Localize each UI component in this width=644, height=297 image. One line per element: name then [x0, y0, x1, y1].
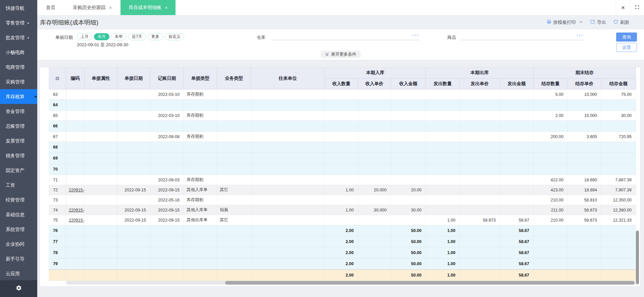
cell-outQty	[426, 164, 460, 175]
cell-code	[66, 270, 85, 280]
cell-bizType: 其它	[217, 185, 251, 195]
warehouse-input[interactable]	[271, 32, 420, 40]
sidebar-item-云应用[interactable]: 云应用	[0, 266, 37, 281]
cell-balPrice	[568, 164, 601, 175]
document-code-link[interactable]: 220915-0	[69, 208, 85, 213]
tab-首页[interactable]: 首页	[37, 0, 64, 15]
sidebar-item-快捷导航[interactable]: 快捷导航	[0, 1, 37, 15]
table-row[interactable]: 712022-08-03库存期初422.0018.6907,887.39	[49, 175, 636, 185]
gear-icon[interactable]	[16, 285, 22, 292]
table-row[interactable]: 72220915-02022-09-152022-09-15其他入库单其它1.0…	[49, 185, 636, 195]
table-row[interactable]: 772.0050.001.0058.67	[49, 236, 636, 247]
product-input[interactable]	[459, 32, 584, 40]
sidebar-item-基础信息[interactable]: 基础信息	[0, 207, 37, 222]
fullscreen-button[interactable]	[630, 0, 644, 15]
cell-balPrice	[568, 270, 601, 280]
cell-inQty	[325, 164, 358, 175]
horizontal-scrollbar-thumb[interactable]	[225, 281, 635, 285]
table-row[interactable]: 75220915-02022-09-152022-09-15其他出库单其它1.0…	[49, 215, 636, 225]
table: 编码单据属性单据日期记账日期单据类型业务类型往来单位本期入库收入数量收入单价收入…	[49, 67, 636, 281]
table-row[interactable]: 652022-03-10库存期初2.0015.00030.00	[49, 111, 636, 121]
sidebar-item-小畅电商[interactable]: 小畅电商	[0, 45, 37, 60]
query-button[interactable]: 查询	[616, 33, 637, 42]
table-row[interactable]: 69	[49, 153, 636, 164]
column-settings-button[interactable]	[49, 67, 66, 90]
refresh-button[interactable]: 刷新	[613, 19, 629, 25]
cell-docType	[184, 164, 217, 175]
sidebar-item-系统管理[interactable]: 系统管理	[0, 222, 37, 237]
cell-partner	[251, 132, 325, 141]
tab-close-icon[interactable]: ×	[165, 5, 167, 10]
cell-code	[66, 100, 85, 110]
product-more-icon[interactable]: ···	[577, 32, 584, 38]
date-pill-更多[interactable]: 更多	[148, 33, 163, 40]
sidebar-item-批发管理[interactable]: 批发管理▼	[0, 30, 37, 45]
expand-more-conditions-button[interactable]: 展开更多条件	[321, 51, 361, 58]
sidebar-item-电商管理[interactable]: 电商管理	[0, 60, 37, 74]
table-row[interactable]: 632022-03-10库存期初5.0015.00075.00	[49, 90, 636, 100]
table-row[interactable]: 66	[49, 121, 636, 132]
cell-docDate	[117, 142, 150, 153]
sidebar-item-零售管理[interactable]: 零售管理▼	[0, 15, 37, 30]
sidebar-item-采购管理[interactable]: 采购管理	[0, 74, 37, 89]
date-pill-近7天[interactable]: 近7天	[128, 33, 146, 40]
horizontal-scrollbar[interactable]	[66, 281, 636, 285]
sidebar-item-企业协同[interactable]: 企业协同	[0, 237, 37, 251]
table-row[interactable]: 782.0050.001.0058.67	[49, 247, 636, 258]
chevron-down-icon[interactable]	[579, 20, 583, 25]
close-button[interactable]: ×	[616, 0, 630, 15]
sidebar-item-经营管理[interactable]: 经营管理	[0, 192, 37, 207]
sidebar-item-库存核算[interactable]: 库存核算◀	[0, 89, 37, 104]
sidebar-footer	[0, 280, 37, 297]
cell-bookDate	[150, 164, 184, 175]
cell-outAmt: 58.67	[500, 258, 534, 269]
cell-attr	[85, 175, 117, 185]
sidebar-item-固定资产[interactable]: 固定资产	[0, 163, 37, 178]
date-pill-自定义[interactable]: 自定义	[165, 33, 184, 40]
sidebar-item-税务管理[interactable]: 税务管理	[0, 148, 37, 163]
cell-num: 66	[49, 121, 66, 131]
tab-close-icon[interactable]: ×	[109, 5, 112, 10]
sidebar-item-label: 基础信息	[6, 212, 24, 217]
tab-库存成本明细账[interactable]: 库存成本明细账×	[120, 0, 176, 15]
cell-bookDate: 2022-08-03	[150, 175, 184, 185]
sidebar-item-总账管理[interactable]: 总账管理	[0, 119, 37, 133]
document-code-link[interactable]: 220915-0	[69, 188, 85, 192]
sidebar-item-发票管理[interactable]: 发票管理	[0, 133, 37, 148]
vertical-scrollbar-thumb[interactable]	[636, 231, 639, 284]
sidebar-item-工资[interactable]: 工资	[0, 178, 37, 192]
cell-num: 72	[49, 185, 66, 195]
cell-docDate	[117, 247, 150, 258]
cell-balAmt: 30.00	[601, 111, 636, 120]
cell-inQty	[325, 175, 358, 185]
date-pill-上月[interactable]: 上月	[77, 33, 92, 40]
table-row[interactable]: 70	[49, 164, 636, 175]
cell-num: 64	[49, 100, 66, 110]
print-by-template-button[interactable]: 按模板打印	[547, 19, 583, 25]
cell-bookDate	[150, 270, 184, 280]
cell-outQty	[426, 195, 460, 205]
table-row[interactable]: 68	[49, 142, 636, 153]
sidebar-item-新手引导[interactable]: 新手引导	[0, 251, 37, 266]
date-pill-本年[interactable]: 本年	[111, 33, 127, 40]
table-row[interactable]: 672022-08-08库存期初200.003.605720.95	[49, 132, 636, 142]
sidebar-item-资金管理[interactable]: 资金管理	[0, 104, 37, 119]
printer-icon	[547, 19, 551, 25]
cell-balAmt: 7,887.39	[601, 175, 636, 185]
table-row[interactable]: 64	[49, 100, 636, 111]
tab-采购历史价跟踪[interactable]: 采购历史价跟踪×	[64, 0, 120, 15]
export-button[interactable]: 导出	[590, 19, 606, 25]
table-row[interactable]: 74220915-02022-09-152022-09-15其他入库单组装1.0…	[49, 205, 636, 215]
table-row[interactable]: 792.0050.001.0058.67	[49, 258, 636, 270]
document-code-link[interactable]: 220915-0	[69, 218, 85, 223]
date-pill-本月[interactable]: 本月	[94, 33, 109, 40]
table-row[interactable]: 732022-05-18库存期初210.0058.81012,350.00	[49, 195, 636, 205]
export-label: 导出	[597, 19, 606, 25]
table-row[interactable]: 2.0050.001.0058.67	[49, 270, 636, 281]
cell-balQty	[534, 225, 568, 236]
warehouse-more-icon[interactable]: ···	[412, 32, 419, 38]
cell-inQty	[325, 132, 358, 141]
cell-inPrice	[358, 121, 391, 131]
settings-button[interactable]: 设置	[616, 43, 637, 52]
table-row[interactable]: 762.0050.001.0058.67	[49, 225, 636, 236]
